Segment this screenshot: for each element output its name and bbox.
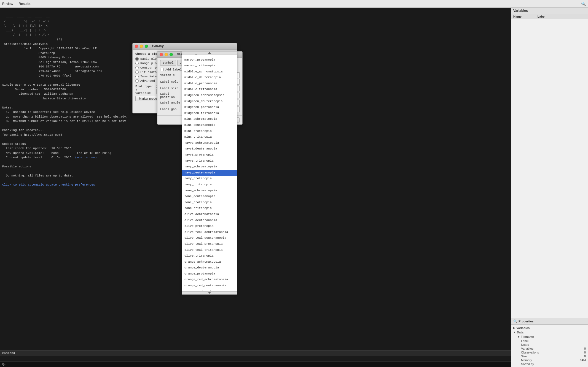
dropdown-item[interactable]: none_deuteranopia [182,194,237,200]
marker-tab-symbol[interactable]: Symbol [160,60,176,66]
dropdown-item[interactable]: midblue_protanopia [182,81,237,87]
command-input-row: Q- [0,361,511,367]
prop-size-row: Size 0 [518,354,586,358]
terminal-panel: ____ ____ __ ____ __ / ___|| _ \| \/ \ \… [0,8,511,367]
dropdown-item[interactable]: olive_teal_tritanopia [182,247,237,253]
top-toolbar: Review Results 🔍 [0,0,588,8]
twoway-dialog-title: twoway [152,44,164,48]
dropdown-item[interactable]: midblue_deuteranopia [182,75,237,81]
dropdown-item[interactable]: midgreen_tritanopia [182,110,237,116]
dropdown-item[interactable]: navy_deuteranopia [182,170,237,176]
marker-max-button[interactable] [170,53,173,56]
prop-notes-row: Notes [518,343,586,347]
dropdown-item[interactable]: mint_achromatopsia [182,116,237,122]
command-input[interactable] [7,363,509,366]
properties-title: Properties [519,320,533,323]
prop-sorted-by-row: Sorted by [518,362,586,366]
dropdown-item[interactable]: olive_teal_deuteranopia [182,235,237,241]
dropdown-scroll-down[interactable] [182,291,237,294]
dropdown-item[interactable]: olive_teal_protanopia [182,241,237,247]
dropdown-item[interactable]: olive_teal_achromatopsia [182,229,237,235]
dropdown-item[interactable]: midgreen_deuteranopia [182,99,237,105]
variables-table: Name Label [511,14,588,318]
dropdown-item[interactable]: midblue_achromatopsia [182,69,237,75]
properties-panel: 🔍 Properties ▶ Variables ▼ Data ▶ Filena… [511,318,588,367]
properties-header: 🔍 Properties [511,318,588,325]
chevron-right-icon: ▶ [513,327,515,329]
toolbar-results[interactable]: Results [18,2,30,6]
dropdown-item[interactable]: mint_deuteranopia [182,122,237,128]
prop-variables-row: Variables 0 [518,347,586,350]
dropdown-item[interactable]: navy_achromatopsia [182,164,237,170]
variables-title: Variables [513,9,528,13]
properties-section-variables: ▶ Variables ▼ Data ▶ Filename Label [511,325,588,367]
dropdown-item[interactable]: orange_red_deuteranopia [182,283,237,289]
color-dropdown-list: ltbluishgray8_protanopialtbluishgray8_tr… [182,51,237,295]
prop-label-row: Label [518,339,586,343]
properties-search-icon[interactable]: 🔍 [513,319,517,323]
twoway-close-button[interactable] [135,45,138,48]
dropdown-item[interactable]: olive_achromatopsia [182,211,237,218]
scroll-up-arrow [208,52,211,54]
dropdown-item[interactable]: olive_tritanopia [182,253,237,259]
dropdown-item[interactable]: navy_tritanopia [182,182,237,188]
dropdown-item[interactable]: navy8_protanopia [182,152,237,158]
dropdown-items-container[interactable]: ltbluishgray8_protanopialtbluishgray8_tr… [182,55,237,291]
dropdown-item[interactable]: orange_deuteranopia [182,265,237,271]
twoway-min-button[interactable] [140,45,143,48]
dropdown-item[interactable]: none_protanopia [182,200,237,206]
chevron-down-icon: ▼ [513,331,516,334]
dropdown-item[interactable]: none_tritanopia [182,205,237,211]
dropdown-item[interactable]: navy8_deuteranopia [182,146,237,152]
dropdown-item[interactable]: orange_red_protanopia [182,289,237,291]
marker-close-button[interactable] [160,53,163,56]
dropdown-item[interactable]: mint_protanopia [182,128,237,134]
variables-panel-header: Variables [511,8,588,14]
main-layout: ____ ____ __ ____ __ / ___|| _ \| \/ \ \… [0,8,588,367]
properties-variables-section: ▶ Variables [513,326,586,330]
dropdown-item[interactable]: mint_tritanopia [182,134,237,140]
dropdown-item[interactable]: olive_deuteranopia [182,218,237,224]
dropdown-item[interactable]: maroon_tritanopia [182,63,237,69]
twoway-max-button[interactable] [145,45,148,48]
properties-data-section: ▼ Data [513,330,586,335]
marker-min-button[interactable] [165,53,168,56]
dropdown-item[interactable]: navy8_achromatopsia [182,140,237,146]
command-label: Command [2,352,15,355]
var-col-name-header: Name [513,15,538,18]
var-col-label-header: Label [538,15,586,18]
scroll-down-arrow [208,292,211,294]
dropdown-item[interactable]: maroon_deuteranopia [182,55,237,57]
terminal-output: ____ ____ __ ____ __ / ___|| _ \| \/ \ \… [2,10,509,201]
dropdown-item[interactable]: olive_protanopia [182,223,237,229]
twoway-dialog-titlebar: twoway [133,43,237,50]
toolbar-review[interactable]: Review [2,2,13,6]
properties-filename-section: ▶ Filename [518,335,586,339]
properties-data-subsection: ▶ Filename Label Notes Variables 0 [513,335,586,366]
dropdown-item[interactable]: orange_red_achromatopsia [182,277,237,283]
command-bar: Command [0,350,511,356]
marker-add-labels-checkbox[interactable] [160,68,164,71]
dropdown-item[interactable]: navy_protanopia [182,176,237,182]
command-prompt: Q- [2,363,6,366]
variables-table-header: Name Label [511,14,588,19]
chevron-right-icon-filename: ▶ [518,335,520,338]
dropdown-scroll-up[interactable] [182,51,237,55]
dropdown-item[interactable]: orange_achromatopsia [182,259,237,265]
dropdown-item[interactable]: midblue_tritanopia [182,86,237,93]
dropdown-item[interactable]: none_achromatopsia [182,188,237,194]
dropdown-item[interactable]: maroon_protanopia [182,57,237,63]
prop-memory-row: Memory 64M [518,358,586,362]
dropdown-item[interactable]: midgreen_achromatopsia [182,93,237,99]
prop-observations-row: Observations 0 [518,350,586,354]
dropdown-item[interactable]: midgreen_protanopia [182,104,237,110]
dropdown-item[interactable]: navy8_tritanopia [182,158,237,164]
dropdown-item[interactable]: orange_protanopia [182,271,237,277]
search-icon[interactable]: 🔍 [581,2,586,6]
right-panel: Variables Name Label 🔍 Properties ▶ Vari… [511,8,588,367]
